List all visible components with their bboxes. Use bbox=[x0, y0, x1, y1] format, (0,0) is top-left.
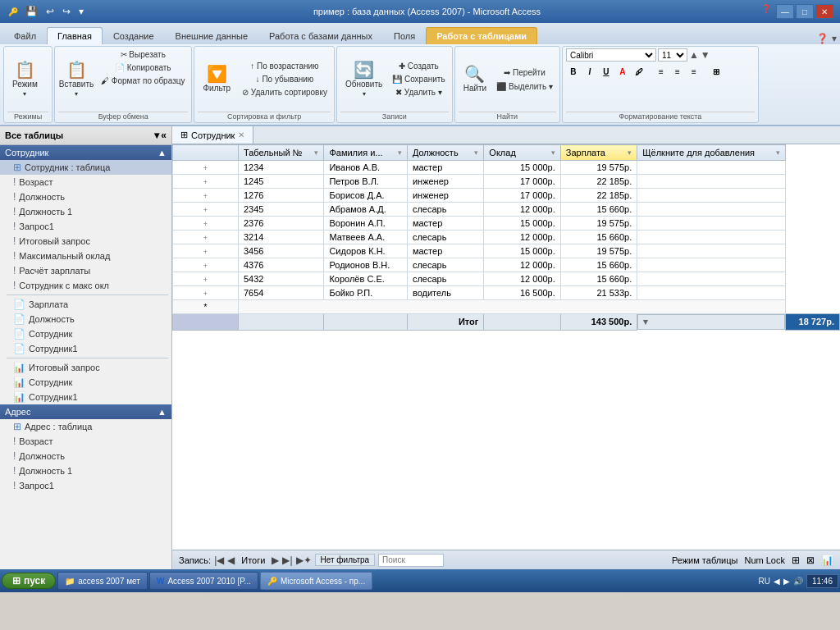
nav-last-btn[interactable]: ▶| bbox=[282, 555, 292, 566]
table-row[interactable]: + 2376 Воронин А.П. мастер 15 000р. 19 5… bbox=[173, 217, 840, 231]
tab-table[interactable]: Работа с таблицами bbox=[426, 27, 537, 44]
cut-button[interactable]: ✂ Вырезать bbox=[98, 48, 188, 61]
font-size-up[interactable]: ▲ bbox=[689, 49, 699, 61]
quick-dropdown[interactable]: ▾ bbox=[76, 5, 86, 18]
nav-section-adres[interactable]: Адрес ▲ bbox=[0, 404, 171, 419]
quick-save[interactable]: 💾 bbox=[23, 5, 40, 18]
bold-button[interactable]: B bbox=[566, 65, 581, 78]
content-tab-sotrudnik[interactable]: ⊞ Сотрудник ✕ bbox=[172, 126, 253, 144]
row-expand[interactable]: + bbox=[173, 189, 239, 203]
table-row[interactable]: + 4376 Родионов В.Н. слесарь 12 000р. 15… bbox=[173, 258, 840, 272]
view-chart-icon[interactable]: 📊 bbox=[821, 555, 833, 566]
format-painter-button[interactable]: 🖌 Формат по образцу bbox=[98, 75, 188, 87]
table-row[interactable]: + 7654 Бойко Р.П. водитель 16 500р. 21 5… bbox=[173, 286, 840, 300]
col-tabel-filter[interactable]: ▾ bbox=[314, 148, 318, 157]
col-tabel-header[interactable]: Табельный № ▾ bbox=[239, 145, 324, 161]
nav-item-adres-dolzhnost[interactable]: ! Должность bbox=[0, 449, 171, 463]
row-expand[interactable]: + bbox=[173, 203, 239, 217]
nav-item-itog-report[interactable]: 📊 Итоговый запрос bbox=[0, 360, 171, 375]
align-center[interactable]: ≡ bbox=[670, 65, 685, 78]
nav-item-max-oklad[interactable]: ! Максимальный оклад bbox=[0, 249, 171, 263]
nav-prev-btn[interactable]: ◀ bbox=[227, 555, 235, 566]
delete-record-button[interactable]: ✖ Удалить ▾ bbox=[389, 86, 448, 98]
nav-next-btn[interactable]: ▶ bbox=[272, 555, 279, 566]
find-button[interactable]: 🔍 Найти bbox=[459, 63, 492, 95]
taskbar-item-access-met[interactable]: 📁 access 2007 мет bbox=[57, 572, 148, 590]
table-row[interactable]: + 1234 Иванов А.В. мастер 15 000р. 19 57… bbox=[173, 161, 840, 175]
table-row[interactable]: + 1245 Петров В.Л. инженер 17 000р. 22 1… bbox=[173, 175, 840, 189]
nav-item-dolzhnost1[interactable]: ! Должность 1 bbox=[0, 204, 171, 219]
paste-button[interactable]: 📋 Вставить ▾ bbox=[58, 48, 94, 110]
mode-button[interactable]: 📋 Режим ▾ bbox=[7, 59, 43, 100]
align-right[interactable]: ≡ bbox=[687, 65, 701, 78]
nav-close-btn[interactable]: « bbox=[161, 130, 167, 141]
nav-item-sotrudnik-max[interactable]: ! Сотрудник с макс окл bbox=[0, 278, 171, 293]
maximize-button[interactable]: □ bbox=[796, 4, 814, 19]
help-icon[interactable]: ❓ bbox=[761, 4, 771, 19]
taskbar-item-word[interactable]: W Access 2007 2010 [P... bbox=[149, 572, 258, 590]
col-name-filter[interactable]: ▾ bbox=[398, 148, 402, 157]
table-row[interactable]: + 1276 Борисов Д.А. инженер 17 000р. 22 … bbox=[173, 189, 840, 203]
total-wage-dropdown[interactable]: ▾ bbox=[637, 314, 785, 330]
nav-item-sotrudnik1-form[interactable]: 📄 Сотрудник1 bbox=[0, 341, 171, 356]
row-expand[interactable]: + bbox=[173, 244, 239, 258]
col-salary-filter[interactable]: ▾ bbox=[551, 148, 555, 157]
goto-button[interactable]: ➡ Перейти bbox=[493, 66, 556, 79]
col-wage-filter[interactable]: ▾ bbox=[628, 148, 632, 157]
font-size-select[interactable]: 11 bbox=[658, 48, 687, 62]
nav-item-dolzhnost[interactable]: ! Должность bbox=[0, 189, 171, 204]
nav-first-btn[interactable]: |◀ bbox=[214, 555, 224, 566]
nav-item-sotrudnik-form[interactable]: 📄 Сотрудник bbox=[0, 326, 171, 341]
filter-status-btn[interactable]: Нет фильтра bbox=[315, 554, 376, 566]
select-button[interactable]: ⬛ Выделить ▾ bbox=[493, 80, 556, 93]
row-expand[interactable]: + bbox=[173, 231, 239, 244]
search-input[interactable] bbox=[378, 554, 444, 567]
table-row[interactable]: + 5432 Королёв С.Е. слесарь 12 000р. 15 … bbox=[173, 272, 840, 286]
col-position-filter[interactable]: ▾ bbox=[474, 148, 478, 157]
new-row[interactable]: * bbox=[173, 300, 840, 314]
sort-asc-button[interactable]: ↑ По возрастанию bbox=[239, 60, 331, 72]
tab-external[interactable]: Внешние данные bbox=[165, 27, 258, 44]
data-table-container[interactable]: Табельный № ▾ Фамилия и... ▾ bbox=[172, 144, 840, 550]
table-row[interactable]: + 3214 Матвеев А.А. слесарь 12 000р. 15 … bbox=[173, 231, 840, 244]
nav-scroll[interactable]: Сотрудник ▲ ⊞ Сотрудник : таблица ! Возр… bbox=[0, 145, 171, 569]
nav-item-sotrudnik-report[interactable]: 📊 Сотрудник bbox=[0, 375, 171, 390]
tab-fields[interactable]: Поля bbox=[383, 27, 426, 44]
filter-button[interactable]: 🔽 Фильтр bbox=[198, 63, 235, 95]
nav-item-dolzhnost-form[interactable]: 📄 Должность bbox=[0, 312, 171, 326]
font-family-select[interactable]: Calibri bbox=[566, 48, 656, 62]
row-expand[interactable]: + bbox=[173, 272, 239, 286]
start-button[interactable]: ⊞ пуск bbox=[2, 573, 56, 589]
nav-item-zapros1[interactable]: ! Запрос1 bbox=[0, 219, 171, 234]
highlight-button[interactable]: 🖊 bbox=[632, 65, 646, 78]
tab-file[interactable]: Файл bbox=[3, 27, 47, 44]
minimize-button[interactable]: — bbox=[776, 4, 794, 19]
align-left[interactable]: ≡ bbox=[654, 65, 669, 78]
nav-item-adres-table[interactable]: ⊞ Адрес : таблица bbox=[0, 419, 171, 434]
col-name-header[interactable]: Фамилия и... ▾ bbox=[324, 145, 408, 161]
nav-section-sotrudnik[interactable]: Сотрудник ▲ bbox=[0, 145, 171, 160]
table-row[interactable]: + 2345 Абрамов А.Д. слесарь 12 000р. 15 … bbox=[173, 203, 840, 217]
row-expand[interactable]: + bbox=[173, 258, 239, 272]
font-color-button[interactable]: A bbox=[615, 65, 630, 78]
nav-item-adres-dolzhnost1[interactable]: ! Должность 1 bbox=[0, 463, 171, 478]
nav-item-adres-vozrast[interactable]: ! Возраст bbox=[0, 434, 171, 449]
nav-item-zarplata-form[interactable]: 📄 Зарплата bbox=[0, 297, 171, 312]
row-expand[interactable]: + bbox=[173, 217, 239, 231]
tab-create[interactable]: Создание bbox=[103, 27, 165, 44]
nav-item-sotrudnik-table[interactable]: ⊞ Сотрудник : таблица bbox=[0, 160, 171, 175]
tab-database[interactable]: Работа с базами данных bbox=[258, 27, 383, 44]
quick-undo[interactable]: ↩ bbox=[43, 5, 57, 18]
nav-item-raschet[interactable]: ! Расчёт зарплаты bbox=[0, 263, 171, 278]
row-expand[interactable]: + bbox=[173, 175, 239, 189]
ribbon-help[interactable]: ❓ bbox=[816, 33, 829, 44]
table-row[interactable]: + 3456 Сидоров К.Н. мастер 15 000р. 19 5… bbox=[173, 244, 840, 258]
grid-button[interactable]: ⊞ bbox=[709, 65, 724, 78]
col-salary-header[interactable]: Оклад ▾ bbox=[484, 145, 560, 161]
total-wage-dropdown-arrow[interactable]: ▾ bbox=[643, 317, 648, 327]
tab-close[interactable]: ✕ bbox=[238, 130, 244, 139]
nav-item-sotrudnik1-report[interactable]: 📊 Сотрудник1 bbox=[0, 390, 171, 404]
refresh-button[interactable]: 🔄 Обновить ▾ bbox=[340, 59, 387, 100]
close-button[interactable]: ✕ bbox=[815, 4, 833, 19]
view-normal-icon[interactable]: ⊞ bbox=[792, 555, 800, 566]
